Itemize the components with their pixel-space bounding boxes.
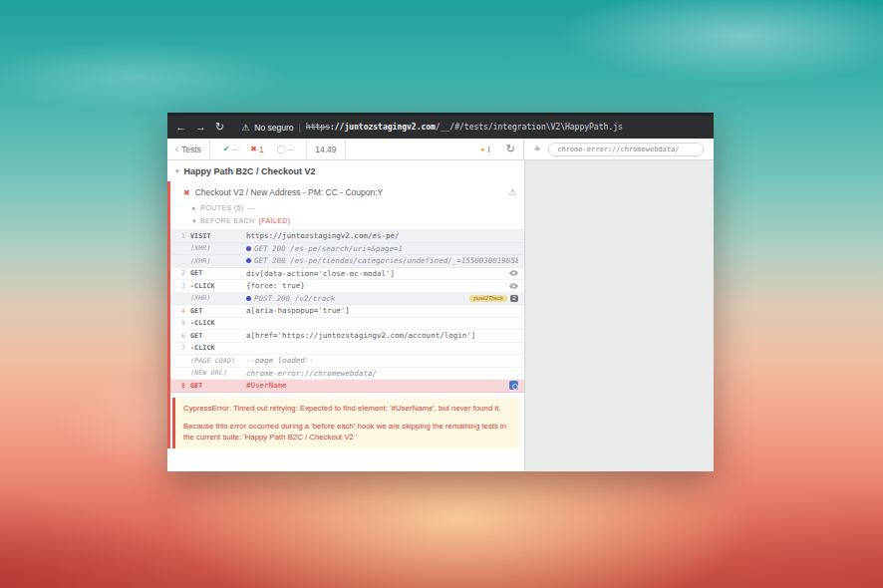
command-number: 1 [170, 232, 190, 240]
back-icon[interactable]: ← [175, 122, 186, 133]
pending-circle-icon: ◯ [277, 145, 286, 153]
command-log-event-row[interactable]: (page load)--page loaded-- [170, 355, 524, 368]
elapsed-time: 14.49 [307, 139, 345, 159]
reload-icon[interactable]: ↻ [215, 122, 224, 133]
hook-label: BEFORE EACH [200, 217, 255, 224]
test-warning-icon[interactable]: ⚠ [508, 187, 516, 197]
test-stats: ✔ -- ✖ 1 ◯ -- [210, 139, 307, 159]
command-log-row[interactable]: 1visithttps://juntozstagingv2.com/es-pe/ [170, 230, 524, 243]
address-separator: | [299, 123, 301, 133]
command-number: 3 [170, 282, 190, 290]
stat-passed: ✔ -- [218, 145, 242, 154]
command-log-row[interactable]: 7-click [170, 343, 524, 356]
command-method: -click [190, 282, 246, 290]
before-each-toggle[interactable]: ▾ BEFORE EACH (FAILED) [170, 214, 524, 227]
xhr-status-dot-icon [246, 296, 251, 301]
visibility-eye-icon[interactable] [509, 270, 518, 276]
fail-x-icon: ✖ [183, 188, 190, 197]
page-url[interactable]: https://juntozstagingv2.com/__/#/tests/i… [306, 123, 623, 132]
command-message: div[data-action='close-mc-modal'] [246, 269, 505, 278]
command-number: 7 [170, 344, 190, 352]
command-log-row[interactable]: 8get#UserName [170, 380, 524, 393]
insecure-warning-icon[interactable]: ⚠ [241, 123, 249, 133]
reload-icon: ↻ [506, 143, 515, 155]
route-alias-badge: post2Track [469, 295, 506, 302]
error-message-box: CypressError: Timed out retrying: Expect… [172, 398, 519, 449]
routes-dash: — [248, 204, 255, 211]
suite-title: Happy Path B2C / Checkout V2 [184, 166, 316, 176]
routes-label: ROUTES (5) [200, 204, 244, 211]
command-log-event-row[interactable]: (xhr)POST 200 /v2/trackpost2Track2 [170, 293, 524, 306]
command-message: #UserName [246, 381, 505, 390]
aut-iframe-area[interactable] [524, 160, 714, 471]
security-label: No seguro [254, 123, 293, 133]
command-method: visit [190, 232, 246, 240]
passed-count: -- [232, 145, 238, 154]
command-log-event-row[interactable]: (xhr)GET 200 /es-pe/search/uri=&page=1 [170, 243, 524, 256]
command-log-event-row[interactable]: (xhr)GET 200 /es-pe/tiendas/categories/u… [170, 255, 524, 268]
error-line-1: CypressError: Timed out retrying: Expect… [183, 403, 511, 414]
failed-test-block: ✖ Checkout V2 / New Address - PM: CC - C… [167, 181, 524, 448]
scale-indicator[interactable]: ● I [472, 139, 498, 159]
url-path: /__/#/tests/integration\V2\HappyPath.js [436, 123, 623, 132]
address-bar[interactable]: ⚠ No seguro | https://juntozstagingv2.co… [241, 123, 623, 133]
command-log-row[interactable]: 6geta[href='https://juntozstagingv2.com/… [170, 330, 524, 343]
command-method: get [190, 382, 246, 390]
command-number: 2 [170, 269, 190, 277]
stat-pending: ◯ -- [272, 145, 299, 154]
pending-spinner-badge [509, 381, 518, 390]
aut-url-field[interactable]: chrome-error://chromewebdata/ [548, 143, 704, 156]
visibility-eye-icon[interactable] [509, 283, 518, 289]
command-method: (xhr) [190, 257, 246, 265]
url-scheme: https [306, 123, 330, 132]
suite-header[interactable]: ▾ Happy Path B2C / Checkout V2 [167, 160, 524, 180]
command-log-event-row[interactable]: (new url)chrome-error://chromewebdata/ [170, 368, 524, 381]
window-content: ▾ Happy Path B2C / Checkout V2 ✖ Checkou… [167, 160, 714, 471]
scale-label: I [487, 145, 489, 154]
command-method: (xhr) [190, 294, 246, 302]
elapsed-time-value: 14.49 [315, 145, 336, 154]
chevron-down-icon: ▾ [175, 167, 179, 175]
aut-reload-button[interactable]: ↻ [498, 139, 523, 159]
command-log-row[interactable]: 4geta[aria-haspopup='true'] [170, 305, 524, 318]
command-log-row[interactable]: 3-click{force: true} [170, 280, 524, 293]
command-method: (page load) [190, 357, 246, 365]
orange-dot-icon: ● [480, 146, 484, 152]
xhr-status-dot-icon [246, 258, 251, 263]
test-title: Checkout V2 / New Address - PM: CC - Cou… [195, 187, 384, 197]
chevron-down-icon: ▾ [192, 217, 196, 225]
command-log-row[interactable]: 2getdiv[data-action='close-mc-modal'] [170, 268, 524, 281]
command-log-row[interactable]: 5-click [170, 318, 524, 331]
hook-failed-tag: (FAILED) [259, 217, 291, 224]
command-method: -click [190, 344, 246, 352]
command-method: (new url) [190, 369, 246, 377]
command-number: 4 [170, 307, 190, 315]
tests-back-button[interactable]: ‹ Tests [167, 139, 210, 159]
command-message: GET 200 /es-pe/tiendas/categories/undefi… [246, 256, 518, 265]
failed-count: 1 [259, 145, 264, 154]
forward-icon[interactable]: → [195, 122, 206, 133]
command-number: 6 [170, 332, 190, 340]
command-method: get [190, 269, 246, 277]
command-message: {force: true} [246, 281, 505, 290]
reporter-header: ‹ Tests ✔ -- ✖ 1 ◯ -- [167, 139, 524, 159]
command-message: GET 200 /es-pe/search/uri=&page=1 [246, 244, 518, 253]
chevron-right-icon: ▸ [192, 204, 196, 212]
command-message: a[aria-haspopup='true'] [246, 306, 518, 315]
command-message: https://juntozstagingv2.com/es-pe/ [246, 231, 518, 240]
test-title-row[interactable]: ✖ Checkout V2 / New Address - PM: CC - C… [170, 184, 524, 201]
error-line-2: Because this error occurred during a 'be… [183, 421, 511, 443]
cypress-header-row: ‹ Tests ✔ -- ✖ 1 ◯ -- [167, 139, 714, 160]
routes-section-toggle[interactable]: ▸ ROUTES (5) — [170, 201, 524, 214]
command-log: 1visithttps://juntozstagingv2.com/es-pe/… [170, 229, 524, 393]
chevron-left-icon: ‹ [175, 145, 178, 154]
passed-check-icon: ✔ [223, 145, 230, 153]
header-spacer [346, 139, 473, 159]
command-method: -click [190, 319, 246, 327]
request-count-badge: 2 [510, 295, 518, 302]
selector-playground-icon[interactable]: ⌖ [534, 143, 540, 155]
reporter-panel: ▾ Happy Path B2C / Checkout V2 ✖ Checkou… [167, 160, 524, 471]
desktop-background: ← → ↻ ⚠ No seguro | https://juntozstagin… [0, 0, 883, 588]
command-method: get [190, 307, 246, 315]
url-host: ://juntozstagingv2.com [330, 123, 436, 132]
